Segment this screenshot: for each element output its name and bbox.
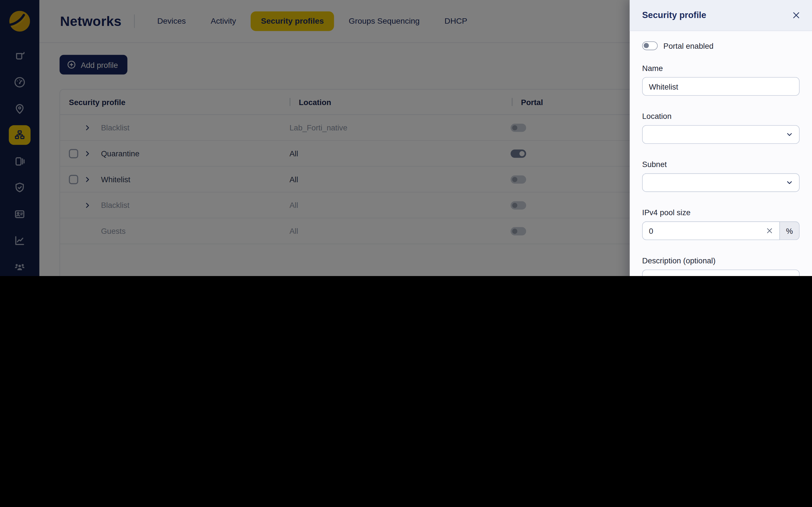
app-viewport: Networks Devices Activity Security profi… [0,0,812,276]
chevron-down-icon [785,179,794,187]
toggle-knob [644,43,649,48]
ipv4-pool-size-input[interactable]: 0 [642,221,780,240]
subnet-select[interactable] [642,173,800,192]
clear-icon[interactable] [766,227,773,234]
ipv4-value: 0 [649,226,653,235]
close-button[interactable] [790,10,802,21]
close-icon [792,11,800,20]
name-label: Name [642,64,800,72]
ipv4-pool-size-group: 0 % [642,221,800,240]
ipv4-pool-size-label: IPv4 pool size [642,208,800,217]
description-label: Description (optional) [642,256,800,265]
drawer-title: Security profile [642,10,706,20]
subnet-label: Subnet [642,160,800,169]
security-profile-drawer: Security profile Portal enabled Name Whi… [629,0,812,276]
portal-enabled-row: Portal enabled [642,41,800,50]
portal-enabled-toggle[interactable] [642,41,658,50]
percent-unit-button[interactable]: % [780,221,800,240]
description-textarea[interactable]: Security profile dedicated for devices w… [642,270,800,276]
location-select[interactable] [642,125,800,144]
drawer-body: Portal enabled Name Whitelist Location S… [629,31,812,276]
drawer-header: Security profile [629,0,812,31]
name-input[interactable]: Whitelist [642,77,800,96]
chevron-down-icon [785,131,794,138]
portal-enabled-label: Portal enabled [663,41,714,50]
location-label: Location [642,112,800,121]
